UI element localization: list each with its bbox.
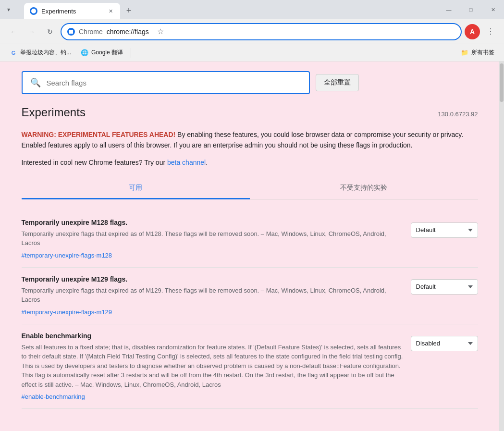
tab-strip: Experiments ✕ + [0, 0, 135, 19]
tab-available[interactable]: 可用 [22, 178, 250, 199]
flag-m129-link[interactable]: #temporary-unexpire-flags-m129 [22, 308, 112, 316]
flag-item-m129: Temporarily unexpire M129 flags. Tempora… [22, 268, 478, 324]
page-header: Experiments 130.0.6723.92 [22, 106, 478, 123]
flags-page: 🔍 全部重置 Experiments 130.0.6723.92 WARNING… [2, 62, 497, 428]
reset-all-button[interactable]: 全部重置 [316, 74, 359, 91]
scrollbar[interactable] [499, 62, 504, 431]
beta-channel-link[interactable]: beta channel [167, 159, 206, 166]
flags-tabs: 可用 不受支持的实验 [22, 178, 478, 199]
tab-title: Experiments [41, 8, 103, 15]
search-input[interactable] [47, 79, 301, 87]
flag-m128-select[interactable]: Default Enabled Disabled [411, 222, 478, 238]
flag-item-benchmarking: Enable benchmarking Sets all features to… [22, 324, 478, 409]
flag-m128-desc: Temporarily unexpire flags that expired … [22, 229, 403, 248]
bookmark-translate-label: Google 翻译 [91, 49, 123, 57]
bookmarks-separator [131, 48, 131, 58]
google-icon: G [10, 49, 17, 57]
flag-m128-control: Default Enabled Disabled [411, 222, 478, 238]
address-scheme: Chrome [79, 28, 103, 36]
tab-close-button[interactable]: ✕ [107, 7, 114, 15]
warning-paragraph: WARNING: EXPERIMENTAL FEATURES AHEAD! By… [22, 129, 478, 151]
refresh-button[interactable]: ↻ [42, 24, 58, 39]
site-favicon [67, 28, 75, 36]
flag-m128-content: Temporarily unexpire M128 flags. Tempora… [22, 219, 403, 259]
tab-favicon [30, 7, 37, 15]
new-tab-button[interactable]: + [122, 4, 135, 17]
folder-icon: 📁 [461, 49, 468, 56]
flag-benchmarking-link[interactable]: #enable-benchmarking [22, 393, 85, 400]
flag-m129-select[interactable]: Default Enabled Disabled [411, 279, 478, 295]
active-tab[interactable]: Experiments ✕ [24, 3, 120, 19]
tab-prev-button[interactable]: ▾ [2, 4, 15, 15]
flag-m129-name: Temporarily unexpire M129 flags. [22, 275, 403, 283]
search-bar-container: 🔍 全部重置 [22, 71, 478, 94]
bookmark-spam[interactable]: G 举报垃圾内容、钓... [6, 46, 75, 60]
flag-benchmarking-desc: Sets all features to a fixed state; that… [22, 343, 403, 390]
warning-label: WARNING: EXPERIMENTAL FEATURES AHEAD! [22, 131, 176, 138]
minimize-button[interactable]: — [438, 0, 460, 19]
window-controls: — □ ✕ [438, 0, 504, 19]
back-button[interactable]: ← [6, 24, 21, 39]
main-content: 🔍 全部重置 Experiments 130.0.6723.92 WARNING… [0, 62, 504, 431]
tab-unavailable[interactable]: 不受支持的实验 [250, 178, 478, 199]
address-bar[interactable]: Chrome chrome://flags ☆ [61, 23, 462, 40]
bookmark-translate[interactable]: 🌐 Google 翻译 [77, 46, 127, 60]
flag-benchmarking-control: Default Enabled Disabled [411, 336, 478, 351]
page-area: 🔍 全部重置 Experiments 130.0.6723.92 WARNING… [0, 62, 499, 431]
translate-icon: 🌐 [81, 49, 88, 56]
bookmark-spam-label: 举报垃圾内容、钓... [20, 49, 71, 57]
flag-m128-link[interactable]: #temporary-unexpire-flags-m128 [22, 252, 112, 259]
all-bookmarks-label: 所有书签 [471, 49, 494, 57]
search-icon: 🔍 [30, 77, 41, 88]
title-bar: ▾ Experiments ✕ + — □ ✕ [0, 0, 504, 19]
page-title: Experiments [22, 106, 86, 119]
flag-benchmarking-content: Enable benchmarking Sets all features to… [22, 332, 403, 401]
flag-m129-control: Default Enabled Disabled [411, 279, 478, 295]
chevron-down-icon: ▾ [7, 6, 10, 13]
profile-button[interactable]: A [465, 24, 480, 39]
chrome-icon [31, 9, 36, 13]
close-button[interactable]: ✕ [482, 0, 504, 19]
address-path: chrome://flags [107, 28, 149, 36]
version-text: 130.0.6723.92 [438, 111, 478, 118]
chrome-menu-button[interactable]: ⋮ [483, 24, 498, 39]
flag-m128-name: Temporarily unexpire M128 flags. [22, 219, 403, 226]
forward-button[interactable]: → [24, 24, 39, 39]
toolbar: ← → ↻ Chrome chrome://flags ☆ A ⋮ [0, 19, 504, 44]
flag-m129-content: Temporarily unexpire M129 flags. Tempora… [22, 275, 403, 316]
interest-text-period: . [206, 159, 208, 166]
interest-text-prefix: Interested in cool new Chrome features? … [22, 159, 167, 166]
flag-item-m128: Temporarily unexpire M128 flags. Tempora… [22, 211, 478, 268]
bookmark-star-icon[interactable]: ☆ [153, 24, 168, 39]
flag-benchmarking-select[interactable]: Default Enabled Disabled [411, 336, 478, 351]
all-bookmarks-button[interactable]: 📁 所有书签 [457, 46, 498, 60]
scrollbar-thumb[interactable] [500, 63, 504, 102]
flag-benchmarking-name: Enable benchmarking [22, 332, 403, 340]
maximize-button[interactable]: □ [460, 0, 482, 19]
chrome-logo-icon [69, 30, 73, 34]
flag-m129-desc: Temporarily unexpire flags that expired … [22, 286, 403, 305]
bookmarks-bar: G 举报垃圾内容、钓... 🌐 Google 翻译 📁 所有书签 [0, 44, 504, 62]
interest-paragraph: Interested in cool new Chrome features? … [22, 159, 478, 166]
search-box: 🔍 [22, 71, 310, 94]
